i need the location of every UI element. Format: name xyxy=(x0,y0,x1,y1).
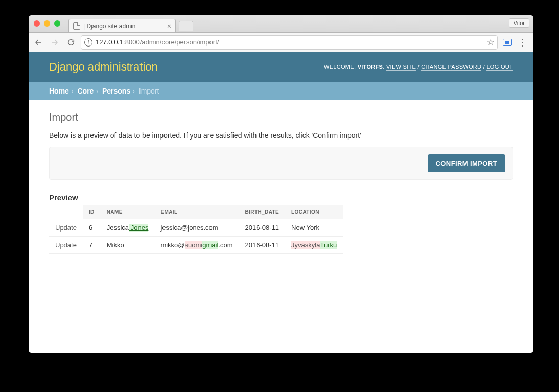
logout-link[interactable]: LOG OUT xyxy=(486,64,513,71)
browser-window: | Django site admin × Vitor i 127.0.0.1:… xyxy=(29,15,533,353)
diff-inserted: gmail xyxy=(202,241,218,249)
cell-action: Update xyxy=(49,237,83,254)
table-row: Update6Jessica Jonesjessica@jones.com201… xyxy=(49,219,343,237)
cell-email: mikko@suomigmail.com xyxy=(154,237,239,254)
breadcrumb: Home› Core› Persons› Import xyxy=(29,82,533,100)
browser-toolbar: i 127.0.0.1:8000/admin/core/person/impor… xyxy=(29,33,533,52)
diff-deleted: Jyväskyla xyxy=(291,241,320,249)
cell-location: JyväskylaTurku xyxy=(285,237,343,254)
admin-header: Django administration WELCOME, VITORFS. … xyxy=(29,52,533,82)
back-button[interactable] xyxy=(32,36,45,49)
browser-profile-badge[interactable]: Vitor xyxy=(509,18,529,28)
cell-action: Update xyxy=(49,219,83,237)
reload-icon xyxy=(67,38,75,47)
preview-heading: Preview xyxy=(49,193,513,202)
cell-birth-date: 2016-08-11 xyxy=(239,219,286,237)
url-host: 127.0.0.1 xyxy=(96,38,123,46)
breadcrumb-model[interactable]: Persons xyxy=(102,87,130,95)
cell-name: Jessica Jones xyxy=(101,219,155,237)
window-controls xyxy=(34,20,60,27)
th-id: ID xyxy=(83,205,101,219)
breadcrumb-home[interactable]: Home xyxy=(49,87,69,95)
username: VITORFS xyxy=(358,64,383,70)
welcome-text: WELCOME, xyxy=(324,64,358,70)
site-info-icon[interactable]: i xyxy=(84,38,92,47)
breadcrumb-current: Import xyxy=(139,87,159,95)
window-close-icon[interactable] xyxy=(34,20,40,27)
content: Import Below is a preview of data to be … xyxy=(29,100,533,265)
cell-birth-date: 2016-08-11 xyxy=(239,237,286,254)
url-path: :8000/admin/core/person/import/ xyxy=(123,38,219,46)
arrow-right-icon xyxy=(51,38,59,47)
diff-inserted: Turku xyxy=(320,241,337,249)
cell-name: Mikko xyxy=(101,237,155,254)
intro-text: Below is a preview of data to be importe… xyxy=(49,131,513,140)
cell-email: jessica@jones.com xyxy=(154,219,239,237)
confirm-import-button[interactable]: CONFIRM IMPORT xyxy=(428,154,505,172)
cell-id: 6 xyxy=(83,219,101,237)
user-tools: WELCOME, VITORFS. VIEW SITE / CHANGE PAS… xyxy=(324,64,513,70)
cell-id: 7 xyxy=(83,237,101,254)
table-header-row: ID NAME EMAIL BIRTH_DATE LOCATION xyxy=(49,205,343,219)
diff-inserted: Jones xyxy=(129,224,148,232)
tab-close-icon[interactable]: × xyxy=(167,22,171,30)
table-row: Update7Mikkomikko@suomigmail.com2016-08-… xyxy=(49,237,343,254)
th-birth-date: BIRTH_DATE xyxy=(239,205,286,219)
browser-tab[interactable]: | Django site admin × xyxy=(68,19,176,32)
site-title: Django administration xyxy=(49,60,158,74)
window-zoom-icon[interactable] xyxy=(54,20,60,27)
window-minimize-icon[interactable] xyxy=(44,20,50,27)
page-viewport: Django administration WELCOME, VITORFS. … xyxy=(29,52,533,353)
page-file-icon xyxy=(73,22,80,30)
extension-icon[interactable] xyxy=(503,39,512,46)
reload-button[interactable] xyxy=(64,36,78,49)
change-password-link[interactable]: CHANGE PASSWORD xyxy=(421,64,481,71)
tab-title: | Django site admin xyxy=(83,22,136,30)
address-bar[interactable]: i 127.0.0.1:8000/admin/core/person/impor… xyxy=(81,35,498,50)
arrow-left-icon xyxy=(34,38,42,47)
th-email: EMAIL xyxy=(154,205,239,219)
diff-deleted: suomi xyxy=(185,241,203,249)
th-location: LOCATION xyxy=(285,205,343,219)
th-action xyxy=(49,205,83,219)
page-title: Import xyxy=(49,111,513,123)
submit-row: CONFIRM IMPORT xyxy=(49,147,513,180)
browser-menu-icon[interactable]: ⋮ xyxy=(515,37,530,48)
cell-location: New York xyxy=(285,219,343,237)
forward-button[interactable] xyxy=(48,36,61,49)
new-tab-button[interactable] xyxy=(179,21,193,31)
preview-table: ID NAME EMAIL BIRTH_DATE LOCATION Update… xyxy=(49,205,343,254)
view-site-link[interactable]: VIEW SITE xyxy=(386,64,416,71)
browser-tab-strip: | Django site admin × Vitor xyxy=(29,15,533,33)
breadcrumb-app[interactable]: Core xyxy=(77,87,94,95)
bookmark-star-icon[interactable]: ☆ xyxy=(487,37,494,47)
th-name: NAME xyxy=(101,205,155,219)
